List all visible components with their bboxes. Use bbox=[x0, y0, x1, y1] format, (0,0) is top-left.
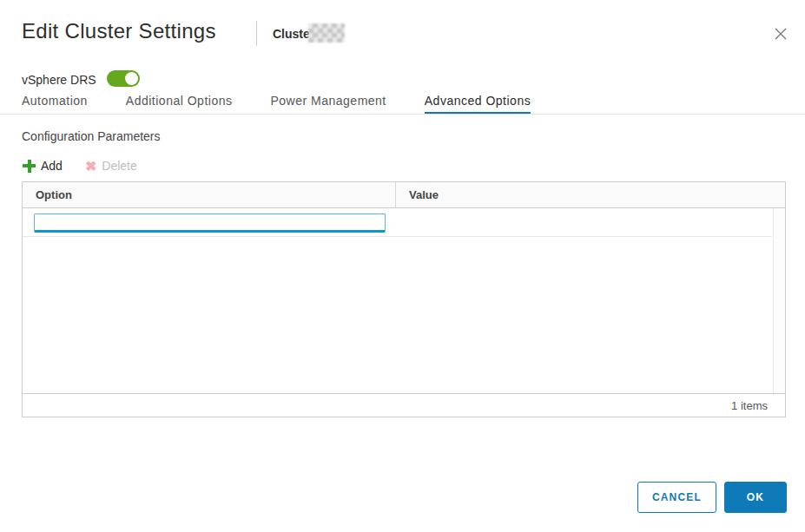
plus-icon bbox=[23, 160, 36, 173]
tab-additional-options[interactable]: Additional Options bbox=[126, 94, 233, 115]
tabs-bottom-border bbox=[0, 114, 805, 115]
add-button-label: Add bbox=[41, 159, 63, 173]
option-input[interactable] bbox=[34, 213, 386, 233]
scrollbar-gutter bbox=[773, 208, 785, 393]
configuration-parameters-grid: Option Value 1 items bbox=[22, 181, 786, 417]
ok-button[interactable]: OK bbox=[724, 482, 787, 513]
toggle-knob bbox=[125, 72, 138, 85]
column-header-value: Value bbox=[396, 188, 785, 201]
delete-button[interactable]: ✖ Delete bbox=[85, 159, 137, 173]
table-row[interactable] bbox=[23, 208, 772, 237]
tab-advanced-options[interactable]: Advanced Options bbox=[425, 94, 531, 115]
dialog-actions: CANCEL OK bbox=[637, 482, 787, 513]
items-count: 1 items bbox=[731, 399, 768, 412]
tab-automation[interactable]: Automation bbox=[22, 94, 88, 115]
vsphere-drs-label: vSphere DRS bbox=[22, 73, 96, 87]
grid-header-row: Option Value bbox=[23, 182, 785, 208]
redacted-cluster-name bbox=[308, 23, 345, 43]
cancel-button[interactable]: CANCEL bbox=[637, 482, 716, 513]
edit-cluster-settings-dialog: Edit Cluster Settings Cluster vSphere DR… bbox=[0, 0, 805, 532]
grid-toolbar: Add ✖ Delete bbox=[23, 157, 137, 174]
title-divider bbox=[256, 21, 257, 46]
section-title: Configuration Parameters bbox=[22, 129, 161, 143]
add-button[interactable]: Add bbox=[23, 159, 63, 173]
close-icon bbox=[774, 27, 788, 41]
column-header-option: Option bbox=[23, 182, 396, 207]
grid-footer: 1 items bbox=[23, 393, 785, 417]
delete-x-icon: ✖ bbox=[85, 160, 96, 173]
dialog-title: Edit Cluster Settings bbox=[22, 19, 216, 43]
delete-button-label: Delete bbox=[102, 159, 136, 173]
vsphere-drs-toggle[interactable] bbox=[107, 70, 140, 87]
close-button[interactable] bbox=[769, 23, 792, 45]
tab-power-management[interactable]: Power Management bbox=[270, 94, 386, 115]
tab-bar: Automation Additional Options Power Mana… bbox=[22, 94, 531, 115]
